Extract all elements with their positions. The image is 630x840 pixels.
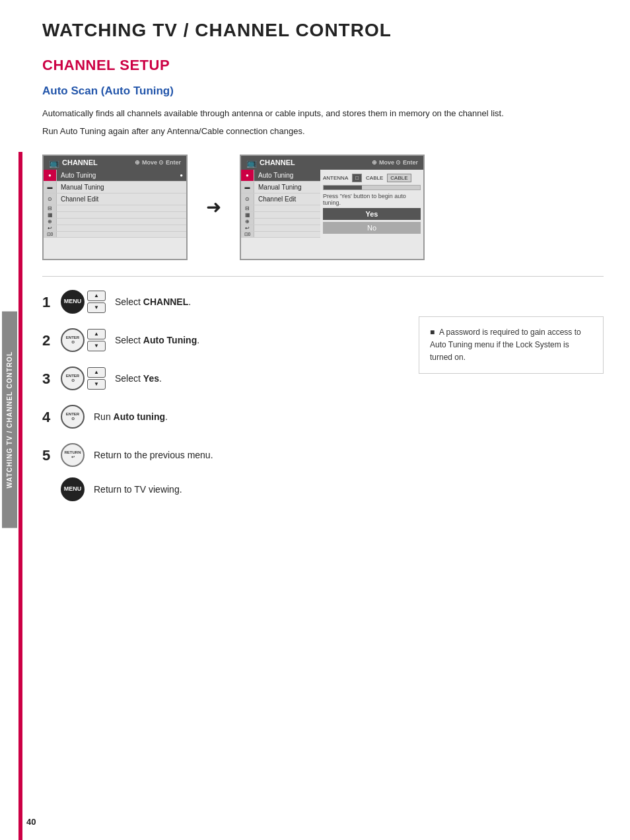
screen2-row-edit: ⊙ Channel Edit <box>241 193 320 205</box>
enter-label-2: ENTER⊙ <box>66 335 79 344</box>
antenna-btn: □ <box>352 174 362 182</box>
screen2-body: ● Auto Tuning ▬ Manual Tuning ⊙ Channel … <box>241 170 423 239</box>
step-1-number: 1 <box>42 295 54 310</box>
step-1-buttons: MENU ▲ ▼ <box>61 290 106 314</box>
antenna-label: ANTENNA <box>323 175 348 181</box>
antenna-row: ANTENNA □ CABLE CABLE <box>323 174 421 182</box>
screen2-row-4: ⊟ <box>241 205 320 212</box>
menu-button[interactable]: MENU <box>61 290 85 314</box>
screen2-menu-col: ● Auto Tuning ▬ Manual Tuning ⊙ Channel … <box>241 170 320 239</box>
arrow-updown-3: ▲ ▼ <box>87 367 106 390</box>
screen1-row-5: ▦ <box>44 212 186 219</box>
divider <box>42 276 604 277</box>
tv-screen2: 📺 CHANNEL ⊕ Move ⊙ Enter ● Auto Tuning ▬… <box>240 155 425 260</box>
step-4-buttons: ENTER⊙ <box>61 405 85 429</box>
menu-button-extra[interactable]: MENU <box>61 477 85 501</box>
step-5-buttons: RETURN↩ <box>61 443 85 467</box>
screen1-icon-edit: ⊙ <box>44 193 57 205</box>
no-button: No <box>323 222 421 234</box>
step-2-text: Select Auto Tuning. <box>115 335 199 345</box>
step-extra-buttons: MENU <box>61 477 85 501</box>
return-button[interactable]: RETURN↩ <box>61 443 85 467</box>
screen2-row-8: ⊡0 <box>241 232 320 238</box>
step-2-number: 2 <box>42 333 54 348</box>
screen2-tuning-panel: ANTENNA □ CABLE CABLE Press 'Yes' button… <box>320 170 423 239</box>
yes-button: Yes <box>323 208 421 220</box>
arrow-updown-2: ▲ ▼ <box>87 329 106 351</box>
screen1-hints: ⊕ Move ⊙ Enter <box>135 159 181 166</box>
enter-button-3[interactable]: ENTER⊙ <box>61 367 85 390</box>
screen2-hints: ⊕ Move ⊙ Enter <box>372 159 418 166</box>
arrow-up-2[interactable]: ▲ <box>87 329 106 339</box>
screen1-row-autotuning: ● Auto Tuning ● <box>44 170 186 182</box>
step-3-buttons: ENTER⊙ ▲ ▼ <box>61 367 106 390</box>
screen2-icon: 📺 <box>246 158 257 168</box>
menu-label-extra: MENU <box>64 486 82 493</box>
page-number: 40 <box>26 817 36 827</box>
screen2-row-manual: ▬ Manual Tuning <box>241 182 320 193</box>
menu-label: MENU <box>64 298 82 305</box>
cable-btn: CABLE <box>387 174 411 182</box>
arrow-down-2[interactable]: ▼ <box>87 341 106 351</box>
step-2-buttons: ENTER⊙ ▲ ▼ <box>61 328 106 352</box>
screen1-header: 📺 CHANNEL ⊕ Move ⊙ Enter <box>44 156 186 170</box>
screen2-header: 📺 CHANNEL ⊕ Move ⊙ Enter <box>241 156 423 170</box>
screen1-row-6: ⊕ <box>44 219 186 225</box>
arrow-up-3[interactable]: ▲ <box>87 367 106 378</box>
red-accent-bar <box>18 152 22 840</box>
progress-bar <box>323 185 421 190</box>
step-extra: 6 MENU Return to TV viewing. <box>42 477 405 501</box>
note-box: ■ A password is required to gain access … <box>419 316 604 374</box>
tv-screen1: 📺 CHANNEL ⊕ Move ⊙ Enter ● Auto Tuning ●… <box>42 155 188 260</box>
arrow-updown-1: ▲ ▼ <box>87 291 106 313</box>
note-text: A password is required to gain access to… <box>430 328 581 362</box>
arrow-up-1[interactable]: ▲ <box>87 291 106 301</box>
screen1-row-manualtuning: ▬ Manual Tuning <box>44 182 186 193</box>
step-2: 2 ENTER⊙ ▲ ▼ Select Auto Tuning. <box>42 328 405 352</box>
description2: Run Auto Tuning again after any Antenna/… <box>42 125 584 139</box>
screen2-row-autotuning: ● Auto Tuning <box>241 170 320 182</box>
enter-button-2[interactable]: ENTER⊙ <box>61 328 85 352</box>
section-title: CHANNEL SETUP <box>42 57 604 74</box>
enter-button-4[interactable]: ENTER⊙ <box>61 405 85 429</box>
screen1-icon: 📺 <box>49 158 59 168</box>
screen1-label-autotuning: Auto Tuning <box>57 170 176 181</box>
cable-label: CABLE <box>366 175 383 181</box>
progress-fill <box>324 186 362 190</box>
screen1-label-manual: Manual Tuning <box>57 182 186 193</box>
enter-label-4: ENTER⊙ <box>66 412 79 421</box>
screenshots-row: 📺 CHANNEL ⊕ Move ⊙ Enter ● Auto Tuning ●… <box>42 155 604 260</box>
step-3: 3 ENTER⊙ ▲ ▼ Select Yes. <box>42 367 405 390</box>
arrow-down-3[interactable]: ▼ <box>87 379 106 390</box>
steps-area: 1 MENU ▲ ▼ Select CHANNEL. 2 ENT <box>42 290 604 516</box>
step-3-number: 3 <box>42 372 54 386</box>
screen1-row-4: ⊟ <box>44 205 186 212</box>
description1: Automatically finds all channels availab… <box>42 107 584 121</box>
step-5-text: Return to the previous menu. <box>94 450 213 460</box>
screen2-row-5: ▦ <box>241 212 320 219</box>
arrow-between-screens: ➜ <box>206 196 221 218</box>
screen1-menu: ● Auto Tuning ● ▬ Manual Tuning ⊙ Channe… <box>44 170 186 238</box>
screen2-title: CHANNEL <box>260 158 372 166</box>
press-yes-text: Press 'Yes' button to begin auto tuning. <box>323 193 421 206</box>
screen1-icon-manual: ▬ <box>44 182 57 193</box>
screen1-icon-autotuning: ● <box>44 170 57 181</box>
screen1-row-7: ↩ <box>44 225 186 232</box>
return-label: RETURN↩ <box>65 450 81 459</box>
step-1: 1 MENU ▲ ▼ Select CHANNEL. <box>42 290 405 314</box>
step-1-text: Select CHANNEL. <box>115 297 191 307</box>
arrow-down-1[interactable]: ▼ <box>87 302 106 313</box>
screen2-row-6: ⊕ <box>241 219 320 225</box>
screen2-row-7: ↩ <box>241 225 320 232</box>
page-title: WATCHING TV / CHANNEL CONTROL <box>42 20 604 41</box>
sidebar-label: WATCHING TV / CHANNEL CONTROL <box>0 0 18 840</box>
subsection-title: Auto Scan (Auto Tuning) <box>42 85 604 98</box>
step-4-text: Run Auto tuning. <box>94 411 168 422</box>
screen1-row-8: ⊡0 <box>44 232 186 238</box>
step-3-text: Select Yes. <box>115 373 162 384</box>
enter-label-3: ENTER⊙ <box>66 374 79 382</box>
screen1-badge: ● <box>176 170 186 181</box>
steps-list: 1 MENU ▲ ▼ Select CHANNEL. 2 ENT <box>42 290 405 516</box>
note-bullet: ■ <box>430 328 435 337</box>
step-5: 5 RETURN↩ Return to the previous menu. <box>42 443 405 467</box>
